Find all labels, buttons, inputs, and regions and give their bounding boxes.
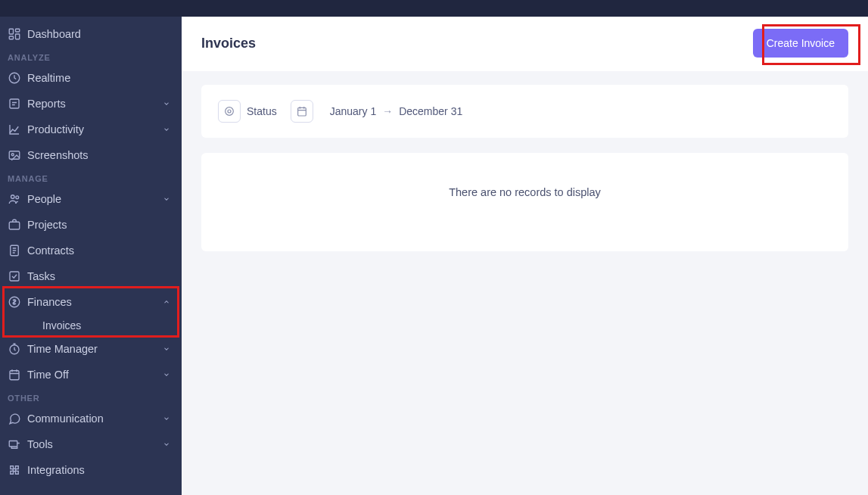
sidebar-item-label: Projects [27, 219, 67, 231]
status-filter-label: Status [247, 105, 277, 117]
empty-state-text: There are no records to display [201, 153, 848, 251]
sidebar-item-label: Realtime [27, 72, 70, 84]
chevron-down-icon [162, 195, 171, 204]
svg-rect-15 [10, 371, 19, 380]
sidebar-item-tasks[interactable]: Tasks [0, 263, 182, 289]
chevron-down-icon [162, 99, 171, 108]
chart-line-icon [8, 123, 21, 136]
chat-icon [8, 412, 21, 425]
briefcase-icon [8, 218, 21, 232]
sidebar-item-contracts[interactable]: Contracts [0, 238, 182, 263]
sidebar-item-time-off[interactable]: Time Off [0, 362, 182, 388]
sidebar-item-label: Invoices [42, 319, 81, 332]
sidebar-item-label: Reports [27, 98, 66, 110]
page-header: Invoices Create Invoice [182, 17, 868, 71]
sidebar-item-realtime[interactable]: Realtime [0, 65, 182, 91]
sidebar-item-label: Time Off [27, 369, 69, 381]
reports-icon [8, 97, 21, 111]
stopwatch-icon [8, 342, 21, 356]
sidebar-section-manage: MANAGE [0, 168, 182, 186]
chevron-down-icon [162, 414, 171, 423]
sidebar-section-analyze: ANALYZE [0, 47, 182, 65]
sidebar-item-label: Time Manager [27, 343, 98, 355]
sidebar-item-label: Tools [27, 438, 53, 450]
svg-rect-2 [16, 34, 20, 39]
sidebar-item-projects[interactable]: Projects [0, 212, 182, 238]
svg-rect-10 [9, 222, 20, 229]
create-invoice-button[interactable]: Create Invoice [753, 29, 848, 58]
sidebar: Dashboard ANALYZE Realtime Reports Produ… [0, 0, 182, 495]
status-filter[interactable]: Status [218, 100, 277, 123]
chevron-down-icon [162, 344, 171, 353]
date-range-filter[interactable]: January 1 → December 31 [291, 100, 463, 123]
chevron-up-icon [162, 297, 171, 307]
sidebar-item-label: Screenshots [27, 149, 89, 161]
svg-point-18 [228, 110, 231, 113]
sidebar-item-finances[interactable]: Finances [0, 289, 182, 315]
date-from: January 1 [330, 105, 376, 117]
sidebar-item-label: People [27, 193, 61, 205]
svg-point-17 [226, 107, 234, 116]
date-to: December 31 [399, 105, 462, 117]
status-icon [218, 100, 241, 123]
clock-icon [8, 71, 21, 85]
sidebar-item-people[interactable]: People [0, 186, 182, 212]
svg-point-9 [16, 196, 19, 199]
svg-rect-19 [297, 107, 306, 116]
sidebar-item-communication[interactable]: Communication [0, 406, 182, 431]
calendar-icon [8, 368, 21, 381]
sidebar-item-label: Tasks [27, 270, 55, 282]
sidebar-item-reports[interactable]: Reports [0, 91, 182, 117]
sidebar-item-dashboard[interactable]: Dashboard [0, 21, 182, 47]
puzzle-icon [8, 463, 21, 477]
sidebar-item-integrations[interactable]: Integrations [0, 457, 182, 483]
sidebar-section-other: OTHER [0, 388, 182, 406]
document-icon [8, 244, 21, 257]
records-panel: There are no records to display [201, 153, 848, 251]
sidebar-item-label: Productivity [27, 123, 84, 135]
sidebar-item-label: Integrations [27, 464, 85, 476]
image-icon [8, 148, 21, 162]
main-content: Invoices Create Invoice Status [182, 0, 868, 495]
svg-rect-5 [10, 99, 19, 108]
svg-rect-0 [9, 29, 13, 34]
people-icon [8, 192, 21, 206]
svg-rect-3 [9, 36, 13, 39]
sidebar-item-label: Finances [27, 296, 72, 308]
chevron-down-icon [162, 440, 171, 449]
sidebar-item-label: Contracts [27, 244, 74, 257]
sidebar-item-productivity[interactable]: Productivity [0, 117, 182, 142]
filter-bar: Status January 1 → December 31 [201, 85, 848, 138]
svg-rect-16 [9, 441, 17, 447]
calendar-icon [291, 100, 313, 123]
dollar-icon [8, 295, 21, 309]
arrow-right-icon: → [382, 105, 393, 117]
svg-rect-1 [16, 29, 20, 32]
sidebar-subitem-invoices[interactable]: Invoices [0, 315, 182, 336]
svg-point-7 [11, 154, 14, 156]
chevron-down-icon [162, 370, 171, 379]
sidebar-item-screenshots[interactable]: Screenshots [0, 142, 182, 168]
tools-icon [8, 437, 21, 451]
chevron-down-icon [162, 125, 171, 134]
svg-point-8 [11, 195, 15, 199]
top-bar [0, 0, 868, 17]
page-title: Invoices [201, 36, 256, 51]
sidebar-item-label: Communication [27, 412, 104, 425]
svg-rect-12 [10, 272, 19, 281]
checkbox-icon [8, 269, 21, 283]
sidebar-item-label: Dashboard [27, 28, 81, 40]
sidebar-item-time-manager[interactable]: Time Manager [0, 336, 182, 362]
sidebar-item-tools[interactable]: Tools [0, 431, 182, 457]
dashboard-icon [8, 27, 21, 41]
